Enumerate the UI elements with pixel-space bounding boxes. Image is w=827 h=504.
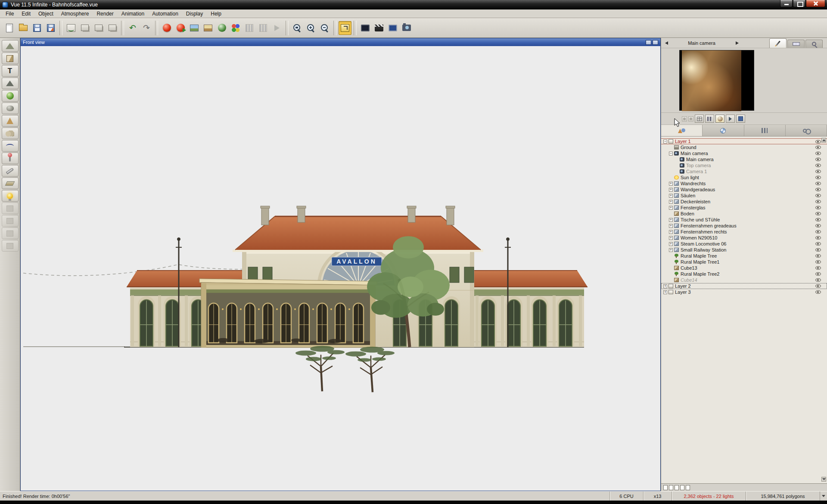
minimize-button[interactable]	[780, 0, 793, 7]
layer-row-boden[interactable]: Boden	[661, 211, 827, 217]
visibility-eye-icon[interactable]	[815, 254, 821, 258]
visibility-eye-icon[interactable]	[815, 260, 821, 264]
visibility-eye-icon[interactable]	[815, 140, 821, 143]
plant-tool-button[interactable]	[2, 90, 19, 102]
viewport-layout-icon[interactable]	[646, 40, 651, 45]
animation-wizard-button[interactable]	[257, 21, 270, 35]
visibility-eye-icon[interactable]	[815, 182, 821, 185]
menu-item-animation[interactable]: Animation	[118, 10, 148, 18]
plane-tool-button[interactable]	[2, 177, 19, 189]
visibility-eye-icon[interactable]	[815, 188, 821, 191]
visibility-eye-icon[interactable]	[815, 170, 821, 173]
close-button[interactable]	[806, 0, 825, 7]
scroll-down-button[interactable]	[821, 477, 826, 482]
material-editor-button[interactable]	[215, 21, 228, 35]
visibility-eye-icon[interactable]	[815, 200, 821, 203]
camera-tool-button[interactable]	[2, 202, 19, 214]
menu-item-help[interactable]: Help	[207, 10, 225, 18]
visibility-eye-icon[interactable]	[815, 206, 821, 209]
aspect-tab[interactable]	[769, 38, 787, 48]
animation-render-button[interactable]	[373, 21, 386, 35]
next-camera-button[interactable]	[734, 40, 740, 47]
layer-row-cube13[interactable]: Cube13	[661, 265, 827, 271]
duplicate-object-button[interactable]	[106, 21, 119, 35]
load-object-button[interactable]	[78, 21, 91, 35]
save-render-button[interactable]	[44, 21, 57, 35]
group-tool-button[interactable]	[2, 215, 19, 227]
pin-tool-button[interactable]	[2, 152, 19, 164]
menu-item-automation[interactable]: Automation	[148, 10, 182, 18]
visibility-eye-icon[interactable]	[815, 194, 821, 197]
function-graph-button[interactable]	[65, 21, 78, 35]
status-dropdown-button[interactable]	[820, 492, 827, 501]
layer-row-s-ulen[interactable]: +Säulen	[661, 193, 827, 199]
camera-advance-button[interactable]	[726, 115, 735, 123]
animation-tab[interactable]	[805, 40, 823, 48]
layer-row-deckenleisten[interactable]: +Deckenleisten	[661, 199, 827, 205]
visibility-eye-icon[interactable]	[815, 290, 821, 294]
layer-row-cube14[interactable]: Cube14	[661, 277, 827, 283]
menu-item-render[interactable]: Render	[93, 10, 117, 18]
layer-row-layer-2[interactable]: +Layer 2	[661, 283, 827, 289]
layer-row-women-n290510[interactable]: +Women N290510	[661, 235, 827, 241]
layer-row-steam-locomotive-06[interactable]: +Steam Locomotive 06	[661, 241, 827, 247]
visibility-eye-icon[interactable]	[815, 158, 821, 161]
layer-row-tische-und-st-hle[interactable]: +Tische und STühle	[661, 217, 827, 223]
undo-button[interactable]	[126, 21, 139, 35]
metablob-tool-button[interactable]	[2, 128, 19, 139]
viewport-canvas[interactable]: AVALLON	[21, 46, 660, 491]
menu-item-display[interactable]: Display	[182, 10, 207, 18]
title-bar[interactable]: Vue 11.5 Infinite - Bahnhofscaffee.vue	[0, 0, 827, 9]
visibility-eye-icon[interactable]	[815, 230, 821, 233]
visibility-eye-icon[interactable]	[815, 152, 821, 155]
layer-row-sun-light[interactable]: Sun light	[661, 174, 827, 180]
cam-mini-1-button[interactable]	[682, 116, 687, 121]
camera-preview[interactable]	[679, 50, 754, 111]
maximize-view-button[interactable]	[339, 21, 351, 35]
layer-page-button[interactable]	[680, 485, 684, 490]
expand-toggle[interactable]: +	[669, 188, 673, 192]
visibility-eye-icon[interactable]	[815, 272, 821, 276]
visibility-eye-icon[interactable]	[815, 164, 821, 167]
objects-tab[interactable]	[661, 125, 703, 136]
zoom-out-button[interactable]	[318, 21, 331, 35]
menu-item-atmosphere[interactable]: Atmosphere	[57, 10, 93, 18]
layer-row-camera-1[interactable]: Camera 1	[661, 168, 827, 174]
atmosphere-editor-button[interactable]	[188, 21, 201, 35]
layer-row-layer-1[interactable]: −Layer 1	[661, 138, 827, 144]
expand-toggle[interactable]: +	[669, 182, 673, 186]
rock-tool-button[interactable]	[2, 78, 19, 89]
layer-row-top-camera[interactable]: Top camera	[661, 162, 827, 168]
cone-tool-button[interactable]	[2, 115, 19, 127]
expand-toggle[interactable]: −	[663, 140, 667, 143]
cube-tool-button[interactable]	[2, 53, 19, 64]
display-options-button[interactable]	[386, 21, 399, 35]
carve-tool-button[interactable]	[2, 165, 19, 177]
display-tab[interactable]	[744, 125, 786, 136]
camera-save-button[interactable]	[736, 115, 745, 123]
menu-item-object[interactable]: Object	[34, 10, 57, 18]
stone-tool-button[interactable]	[2, 103, 19, 114]
render-animation-button[interactable]	[174, 21, 187, 35]
visibility-eye-icon[interactable]	[815, 218, 821, 221]
visibility-eye-icon[interactable]	[815, 224, 821, 227]
viewport-maximize-icon[interactable]	[653, 40, 658, 45]
layer-page-button[interactable]	[663, 485, 668, 490]
visibility-eye-icon[interactable]	[815, 284, 821, 288]
expand-toggle[interactable]: +	[669, 242, 673, 246]
path-tool-button[interactable]	[2, 140, 19, 152]
viewport-title-bar[interactable]: Front view	[21, 38, 660, 46]
render-button[interactable]	[160, 21, 173, 35]
camera-views-button[interactable]	[705, 115, 714, 123]
layer-row-rural-maple-tree2[interactable]: Rural Maple Tree2	[661, 271, 827, 277]
layer-row-ground[interactable]: Ground	[661, 144, 827, 150]
maximize-button[interactable]	[793, 0, 805, 7]
scroll-up-button[interactable]	[821, 138, 826, 143]
layer-row-small-railway-station[interactable]: +Small Railway Station	[661, 247, 827, 253]
layer-row-fensterglas[interactable]: +Fensterglas	[661, 205, 827, 211]
layer-row-fensterrahmen-rechts[interactable]: +Fensterrahmen rechts	[661, 229, 827, 235]
visibility-eye-icon[interactable]	[815, 236, 821, 240]
layer-row-fensterrahmen-greadeaus[interactable]: +Fensterrahmen greadeaus	[661, 223, 827, 229]
materials-tab[interactable]	[703, 125, 744, 136]
camera-capture-button[interactable]	[400, 21, 413, 35]
